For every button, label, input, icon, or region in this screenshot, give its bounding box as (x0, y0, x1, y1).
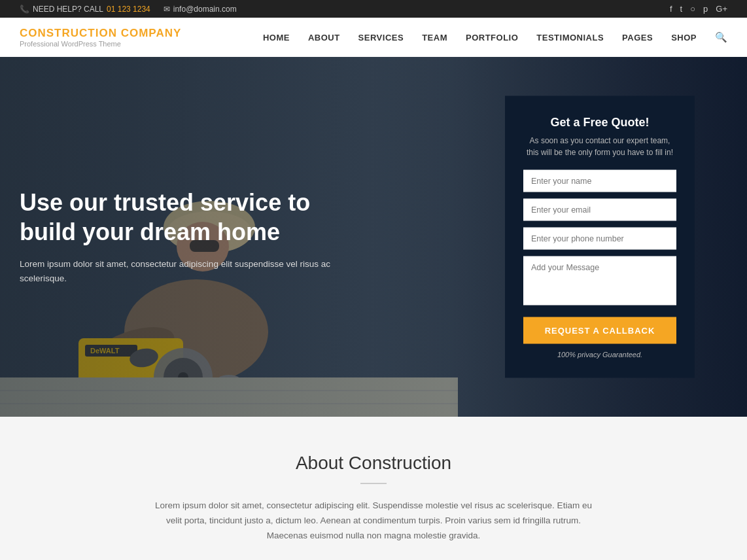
callback-button[interactable]: REQUEST A CALLBACK (523, 317, 676, 344)
email-icon: ✉ (164, 5, 170, 14)
about-divider (360, 483, 387, 484)
email-info: ✉ info@domain.com (164, 5, 237, 14)
phone-input[interactable] (523, 228, 676, 250)
nav-about[interactable]: ABOUT (308, 33, 340, 43)
googleplus-icon[interactable]: G+ (716, 4, 727, 14)
social-links: f t ○ p G+ (670, 4, 727, 14)
logo: CONSTRUCTION COMPANY Professional WordPr… (20, 27, 181, 48)
privacy-text: 100% privacy Guaranteed. (523, 351, 676, 359)
top-bar-contact: 📞 NEED HELP? CALL 01 123 1234 ✉ info@dom… (20, 5, 237, 14)
quote-form: Get a Free Quote! As soon as you contact… (505, 96, 695, 378)
facebook-icon[interactable]: f (670, 4, 672, 14)
nav-portfolio[interactable]: PORTFOLIO (466, 33, 518, 43)
pinterest-icon[interactable]: p (703, 4, 708, 14)
email-input[interactable] (523, 199, 676, 221)
hero-section: DeWALT Use our trust (0, 57, 747, 417)
nav-team[interactable]: TEAM (422, 33, 447, 43)
about-title: About Construction (20, 453, 727, 474)
nav-services[interactable]: SERVICES (358, 33, 404, 43)
twitter-icon[interactable]: t (680, 4, 683, 14)
header: CONSTRUCTION COMPANY Professional WordPr… (0, 18, 747, 57)
help-label: NEED HELP? CALL (33, 5, 103, 14)
nav-shop[interactable]: SHOP (671, 33, 697, 43)
main-nav: HOME ABOUT SERVICES TEAM PORTFOLIO TESTI… (263, 31, 727, 43)
nav-testimonials[interactable]: TESTIMONIALS (536, 33, 604, 43)
top-bar: 📞 NEED HELP? CALL 01 123 1234 ✉ info@dom… (0, 0, 747, 18)
about-section: About Construction Lorem ipsum dolor sit… (0, 417, 747, 560)
logo-tagline: Professional WordPress Theme (20, 40, 181, 48)
nav-home[interactable]: HOME (263, 33, 290, 43)
hero-description: Lorem ipsum dolor sit amet, consectetur … (20, 257, 334, 285)
phone-link[interactable]: 01 123 1234 (107, 5, 150, 14)
hero-content: Use our trusted service to build your dr… (20, 188, 334, 285)
hero-heading: Use our trusted service to build your dr… (20, 188, 334, 247)
form-subtitle: As soon as you contact our expert team, … (523, 135, 676, 158)
form-title: Get a Free Quote! (523, 116, 676, 130)
phone-info: 📞 NEED HELP? CALL 01 123 1234 (20, 5, 150, 14)
name-input[interactable] (523, 170, 676, 192)
about-body: Lorem ipsum dolor sit amet, consectetur … (151, 499, 596, 544)
phone-icon: 📞 (20, 5, 29, 14)
search-icon[interactable]: 🔍 (715, 31, 727, 43)
instagram-icon[interactable]: ○ (690, 4, 695, 14)
logo-name: CONSTRUCTION COMPANY (20, 27, 181, 40)
email-address: info@domain.com (173, 5, 237, 14)
nav-pages[interactable]: PAGES (622, 33, 653, 43)
message-input[interactable] (523, 256, 676, 306)
